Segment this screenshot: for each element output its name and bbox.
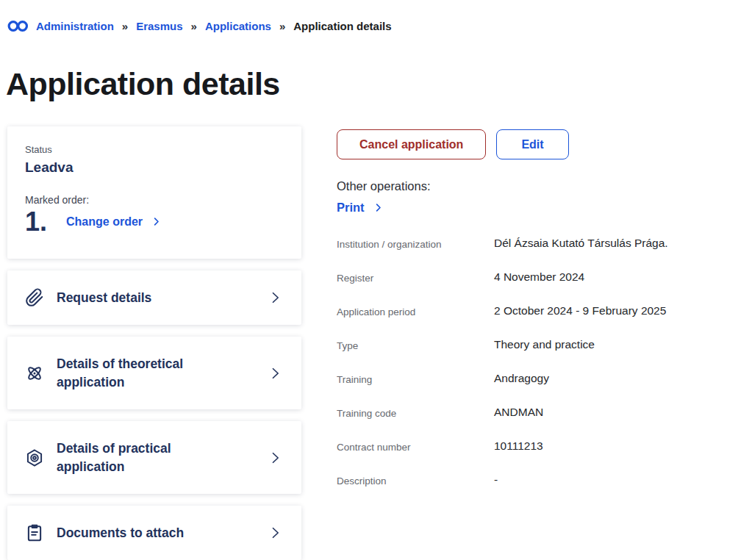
detail-row-contract-number: Contract number 10111213 [337, 439, 748, 473]
status-card: Status Leadva Marked order: 1. Change or… [7, 126, 301, 259]
detail-value: Dél Ázsaia Kutató Társulás Prága. [494, 237, 668, 250]
detail-label: Register [337, 270, 494, 284]
breadcrumb-separator: » [122, 20, 128, 32]
cancel-application-button[interactable]: Cancel application [337, 129, 486, 159]
application-details-list: Institution / organization Dél Ázsaia Ku… [337, 237, 748, 507]
detail-row-register: Register 4 November 2024 [337, 270, 748, 304]
chevron-right-icon [268, 290, 282, 305]
print-label: Print [337, 201, 365, 215]
chevron-right-icon [151, 216, 162, 227]
detail-label: Type [337, 338, 494, 351]
print-link[interactable]: Print [337, 201, 384, 215]
clipboard-icon [25, 523, 44, 542]
detail-row-description: Description - [337, 473, 748, 507]
right-column: Cancel application Edit Other operations… [337, 129, 748, 507]
edit-button[interactable]: Edit [496, 129, 568, 159]
marked-order-label: Marked order: [25, 194, 284, 206]
detail-label: Contract number [337, 439, 494, 453]
breadcrumb-separator: » [279, 20, 285, 32]
chevron-right-icon [268, 525, 282, 540]
detail-label: Training [337, 372, 494, 385]
left-column: Status Leadva Marked order: 1. Change or… [7, 126, 301, 560]
detail-label: Application period [337, 304, 494, 317]
paperclip-icon [25, 288, 44, 307]
practical-application-title: Details of practical application [57, 439, 232, 475]
detail-row-type: Type Theory and practice [337, 338, 748, 372]
chevron-right-icon [268, 366, 282, 381]
change-order-label: Change order [66, 215, 143, 229]
breadcrumb-separator: » [191, 20, 197, 32]
detail-label: Description [337, 473, 494, 487]
action-buttons: Cancel application Edit [337, 129, 748, 159]
detail-value: 4 November 2024 [494, 270, 584, 284]
status-value: Leadva [25, 159, 284, 176]
detail-row-institution: Institution / organization Dél Ázsaia Ku… [337, 237, 748, 270]
other-operations-label: Other operations: [337, 179, 748, 193]
chevron-right-icon [268, 450, 282, 465]
detail-value: Theory and practice [494, 338, 595, 351]
detail-value: - [494, 473, 498, 487]
atom-icon [25, 364, 44, 383]
detail-value: ANDMAN [494, 406, 543, 419]
page-title: Application details [6, 66, 280, 102]
detail-row-training: Training Andragogy [337, 372, 748, 406]
request-details-card[interactable]: Request details [7, 270, 301, 325]
marked-order-row: 1. Change order [25, 208, 284, 236]
practical-application-card[interactable]: Details of practical application [7, 421, 301, 494]
detail-row-application-period: Application period 2 October 2024 - 9 Fe… [337, 304, 748, 338]
documents-to-attach-card[interactable]: Documents to attach [7, 506, 301, 560]
chevron-right-icon [373, 202, 384, 213]
breadcrumb-erasmus[interactable]: Erasmus [136, 20, 182, 32]
detail-value: Andragogy [494, 372, 549, 385]
marked-order-value: 1. [25, 208, 47, 236]
breadcrumb-current-page: Application details [293, 20, 391, 32]
detail-label: Institution / organization [337, 237, 494, 250]
breadcrumb-administration[interactable]: Administration [36, 20, 114, 32]
request-details-title: Request details [57, 289, 232, 307]
hexagon-nut-icon [25, 448, 44, 467]
change-order-link[interactable]: Change order [66, 215, 162, 229]
detail-value: 2 October 2024 - 9 February 2025 [494, 304, 666, 317]
status-label: Status [25, 144, 284, 155]
detail-label: Training code [337, 406, 494, 419]
glasses-icon [7, 20, 29, 32]
breadcrumb: Administration » Erasmus » Applications … [7, 20, 392, 32]
theoretical-application-card[interactable]: Details of theoretical application [7, 337, 301, 409]
breadcrumb-applications[interactable]: Applications [205, 20, 271, 32]
theoretical-application-title: Details of theoretical application [57, 355, 232, 391]
detail-row-training-code: Training code ANDMAN [337, 406, 748, 439]
detail-value: 10111213 [494, 439, 543, 453]
documents-to-attach-title: Documents to attach [57, 524, 232, 542]
